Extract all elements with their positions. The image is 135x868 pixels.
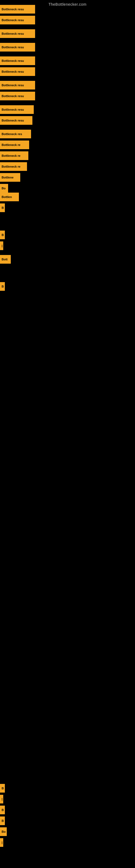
bar-label: Bottleneck re <box>0 162 27 171</box>
bar-row: Bottleneck re <box>0 141 29 149</box>
bar-label: | <box>0 838 3 847</box>
bar-row: Bottleneck resu <box>0 105 34 114</box>
bar-row: Bo <box>0 184 8 193</box>
bar-label: B <box>0 806 5 814</box>
bar-label: B <box>0 204 5 212</box>
bar-row: Bottleneck resu <box>0 67 35 76</box>
bar-label: Bottleneck re <box>0 141 29 149</box>
bar-label: Bottleneck resu <box>0 116 32 125</box>
bar-row: Bottleneck resu <box>0 5 35 13</box>
bar-row: B <box>0 816 5 825</box>
bar-label: Bottleneck resu <box>0 67 35 76</box>
bar-row: | <box>0 241 3 250</box>
bar-label: B <box>0 816 5 825</box>
bar-row: Bottleneck re <box>0 151 28 160</box>
bar-label: Bottlene <box>0 173 20 182</box>
bar-row: Bo <box>0 827 7 836</box>
bar-label: | <box>0 795 3 803</box>
bar-row: Bottlen <box>0 193 19 201</box>
bar-row: | <box>0 838 3 847</box>
bar-row: Bottleneck res <box>0 130 31 138</box>
bar-row: B <box>0 204 5 212</box>
bar-label: Bo <box>0 827 7 836</box>
bar-label: Bottlen <box>0 193 19 201</box>
bar-label: Bottleneck resu <box>0 81 35 90</box>
bar-label: Bottleneck re <box>0 151 28 160</box>
bar-label: Bottleneck resu <box>0 16 35 24</box>
bar-row: Bott <box>0 255 11 264</box>
bar-row: | <box>0 795 3 803</box>
bar-row: Bottleneck resu <box>0 81 35 90</box>
bar-row: Bottleneck resu <box>0 116 32 125</box>
bar-label: Bottleneck res <box>0 130 31 138</box>
bar-label: Bottleneck resu <box>0 29 35 38</box>
bar-row: B <box>0 282 5 291</box>
bar-row: Bottleneck resu <box>0 16 35 24</box>
bar-row: Bottleneck resu <box>0 29 35 38</box>
bar-label: Bottleneck resu <box>0 92 35 100</box>
bar-label: Bott <box>0 255 11 264</box>
bar-label: Bo <box>0 184 8 193</box>
bar-row: B <box>0 784 5 793</box>
bar-row: Bottleneck resu <box>0 43 35 52</box>
bar-row: Bottlene <box>0 173 20 182</box>
bar-row: Bottleneck resu <box>0 56 35 65</box>
bar-label: B <box>0 784 5 793</box>
bar-label: | <box>0 241 3 250</box>
bar-label: B <box>0 282 5 291</box>
bar-row: Bottleneck resu <box>0 92 35 100</box>
bar-row: B <box>0 806 5 814</box>
bar-label: Bottleneck resu <box>0 43 35 52</box>
bar-label: Bottleneck resu <box>0 56 35 65</box>
bar-label: B <box>0 230 5 239</box>
bar-row: Bottleneck re <box>0 162 27 171</box>
bar-label: Bottleneck resu <box>0 105 34 114</box>
bar-label: Bottleneck resu <box>0 5 35 13</box>
bar-row: B <box>0 230 5 239</box>
